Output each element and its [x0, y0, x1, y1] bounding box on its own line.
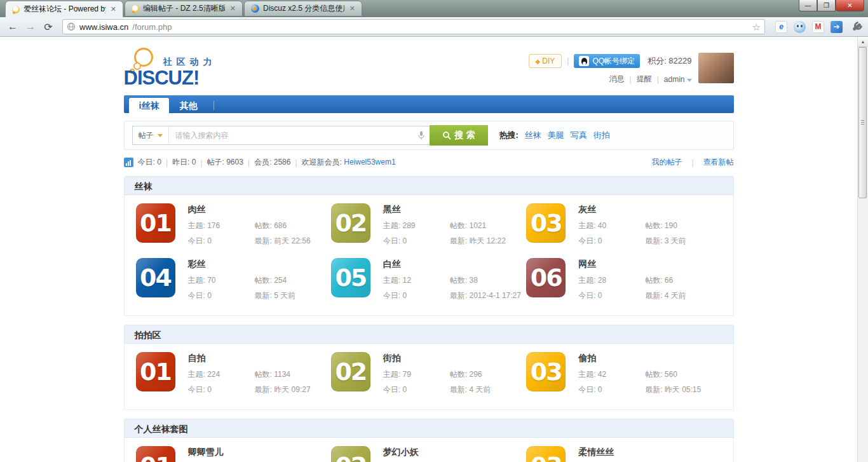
forward-button[interactable]: →	[23, 19, 38, 34]
forum-item[interactable]: 01 肉丝 主题: 176 帖数: 686 今日: 0 最新: 前天 22:56	[136, 203, 331, 253]
forum-item[interactable]: 04 彩丝 主题: 70 帖数: 254 今日: 0 最新: 5 天前	[136, 258, 331, 308]
back-button[interactable]: ←	[5, 19, 20, 34]
close-button[interactable]: ✕	[836, 0, 864, 11]
separator: |	[295, 158, 297, 167]
forum-title-link[interactable]: 偷拍	[578, 353, 701, 364]
nav-tab-isiwa[interactable]: i丝袜	[129, 98, 170, 113]
scroll-up-arrow[interactable]: ▲	[858, 37, 868, 47]
browser-tab-2[interactable]: 编辑帖子 - DZ 2.5清晰版 , ✕	[125, 1, 243, 16]
tab-close-icon[interactable]: ✕	[229, 4, 237, 13]
search-panel: 帖子	[124, 121, 734, 150]
forum-title-link[interactable]: 网丝	[578, 259, 686, 270]
forum-item[interactable]: 01 自拍 主题: 224 帖数: 1134 今日: 0 最新: 昨天 09:2…	[136, 352, 331, 402]
forum-item[interactable]: 05 白丝 主题: 12 帖数: 38 今日: 0 最新: 2012-4-1 1…	[331, 258, 526, 308]
stat-today: 今日: 0	[383, 236, 450, 247]
forum-section: 丝袜 01 肉丝 主题: 176 帖数: 686 今日: 0 最新: 前天 22…	[124, 176, 734, 316]
microphone-icon[interactable]	[418, 131, 430, 140]
stat-today: 今日: 0	[188, 236, 255, 247]
forum-number: 01	[140, 209, 171, 237]
scrollbar-thumb[interactable]	[858, 47, 867, 198]
forum-item[interactable]: 02 街拍 主题: 79 帖数: 296 今日: 0 最新: 4 天前	[331, 352, 526, 402]
browser-tab-current[interactable]: 爱丝袜论坛 - Powered by ✕	[5, 1, 123, 17]
maximize-button[interactable]: ❐	[817, 0, 836, 11]
vertical-scrollbar[interactable]: ▲	[857, 37, 868, 462]
forum-title-link[interactable]: 彩丝	[188, 259, 296, 270]
search-input[interactable]	[169, 131, 418, 140]
forum-section: 拍拍区 01 自拍 主题: 224 帖数: 1134 今日: 0 最新: 昨天 …	[124, 325, 734, 410]
stat-posts: 帖数: 38	[450, 275, 521, 286]
chevron-down-icon	[687, 79, 692, 82]
forum-title-link[interactable]: 自拍	[188, 353, 311, 364]
forum-badge: 05	[331, 258, 370, 297]
forum-badge: 01	[136, 352, 175, 391]
nav-tab-other[interactable]: 其他	[169, 98, 207, 113]
forum-title-link[interactable]: 白丝	[383, 259, 521, 270]
stat-today: 今日: 0	[578, 236, 645, 247]
stat-topics: 主题: 79	[383, 369, 450, 380]
chevron-down-icon	[158, 134, 163, 137]
ie-extension-icon[interactable]: e	[775, 21, 787, 33]
forum-title-link[interactable]: 街拍	[383, 353, 491, 364]
forum-number: 03	[531, 209, 562, 237]
newest-member-link[interactable]: Heiwel53wem1	[344, 158, 395, 166]
tab-title: 编辑帖子 - DZ 2.5清晰版 ,	[143, 3, 225, 14]
forum-badge: 02	[331, 446, 370, 462]
forum-item[interactable]: 06 网丝 主题: 28 帖数: 66 今日: 0 最新: 4 天前	[526, 258, 721, 308]
forum-item[interactable]: 03 柔情丝丝 主题: 帖数: 今日: 最新:	[526, 446, 721, 462]
username-menu[interactable]: admin	[664, 75, 692, 84]
search-button[interactable]: 搜 索	[430, 125, 488, 146]
messages-link[interactable]: 消息	[609, 74, 625, 85]
forum-title-link[interactable]: 黑丝	[383, 204, 506, 215]
stat-topics: 主题: 42	[578, 369, 645, 380]
tab-close-icon[interactable]: ✕	[348, 4, 356, 13]
forum-badge: 03	[526, 203, 566, 243]
scope-label: 帖子	[139, 130, 154, 141]
separator: |	[166, 158, 168, 167]
forum-section: 个人丝袜套图 01 卿卿雪儿 主题: 帖数: 今日: 最新: 02 梦幻小妖 主…	[124, 419, 734, 462]
user-avatar[interactable]	[698, 53, 734, 83]
reminders-link[interactable]: 提醒	[637, 74, 652, 85]
swirl-extension-icon[interactable]: ➔	[831, 21, 843, 33]
qq-penguin-icon	[579, 56, 589, 66]
qq-extension-icon[interactable]	[794, 21, 806, 33]
browser-tab-3[interactable]: Discuz x2.5 分类信息使用 ✕	[244, 1, 362, 16]
forum-number: 05	[335, 264, 366, 292]
forum-item[interactable]: 03 偷拍 主题: 42 帖数: 560 今日: 0 最新: 昨天 05:15	[526, 352, 721, 402]
hot-link-xiezhen[interactable]: 写真	[571, 130, 587, 141]
forum-title-link[interactable]: 灰丝	[578, 204, 686, 215]
forum-title-link[interactable]: 柔情丝丝	[578, 447, 662, 458]
forum-item[interactable]: 02 梦幻小妖 主题: 帖数: 今日: 最新:	[331, 446, 526, 462]
forum-item[interactable]: 01 卿卿雪儿 主题: 帖数: 今日: 最新:	[136, 446, 331, 462]
tab-close-icon[interactable]: ✕	[109, 5, 118, 13]
hot-link-jiepai[interactable]: 街拍	[593, 130, 610, 141]
forum-title-link[interactable]: 肉丝	[188, 204, 311, 215]
forum-number: 03	[531, 452, 562, 462]
minimize-button[interactable]: —	[799, 0, 817, 11]
forum-title-link[interactable]: 卿卿雪儿	[188, 447, 272, 458]
stat-latest: 最新: 5 天前	[255, 290, 296, 301]
discuz-logo: 社区动力 DISCUZ!	[124, 48, 289, 90]
qq-bind-label: QQ帐号绑定	[592, 56, 635, 67]
view-new-posts-link[interactable]: 查看新帖	[703, 157, 734, 168]
address-bar[interactable]: www.isiwa.cn/forum.php ☆	[62, 19, 765, 34]
my-posts-link[interactable]: 我的帖子	[651, 157, 682, 168]
discuz-bulb-icon	[134, 48, 153, 67]
gmail-extension-icon[interactable]: M	[812, 21, 824, 33]
hot-link-meitui[interactable]: 美腿	[548, 130, 564, 141]
stat-topics: 主题: 12	[383, 275, 450, 286]
separator: |	[567, 57, 569, 65]
forum-item[interactable]: 02 黑丝 主题: 289 帖数: 1021 今日: 0 最新: 昨天 12:2…	[331, 203, 526, 253]
forum-number: 03	[531, 358, 562, 386]
diy-button[interactable]: ◆ DIY	[529, 54, 562, 68]
forum-number: 01	[140, 358, 171, 386]
forum-title-link[interactable]: 梦幻小妖	[383, 447, 467, 458]
qq-bind-button[interactable]: QQ帐号绑定	[574, 54, 640, 68]
bookmark-star-icon[interactable]: ☆	[752, 22, 761, 32]
reload-button[interactable]: ⟳	[41, 19, 56, 34]
wrench-menu-icon[interactable]	[850, 20, 863, 33]
forum-item[interactable]: 03 灰丝 主题: 40 帖数: 190 今日: 0 最新: 3 天前	[526, 203, 721, 253]
discuz-bulb-icon	[12, 6, 20, 13]
search-scope-dropdown[interactable]: 帖子	[133, 126, 169, 144]
stat-topics: 主题: 176	[188, 221, 255, 231]
hot-link-siwa[interactable]: 丝袜	[525, 130, 541, 141]
